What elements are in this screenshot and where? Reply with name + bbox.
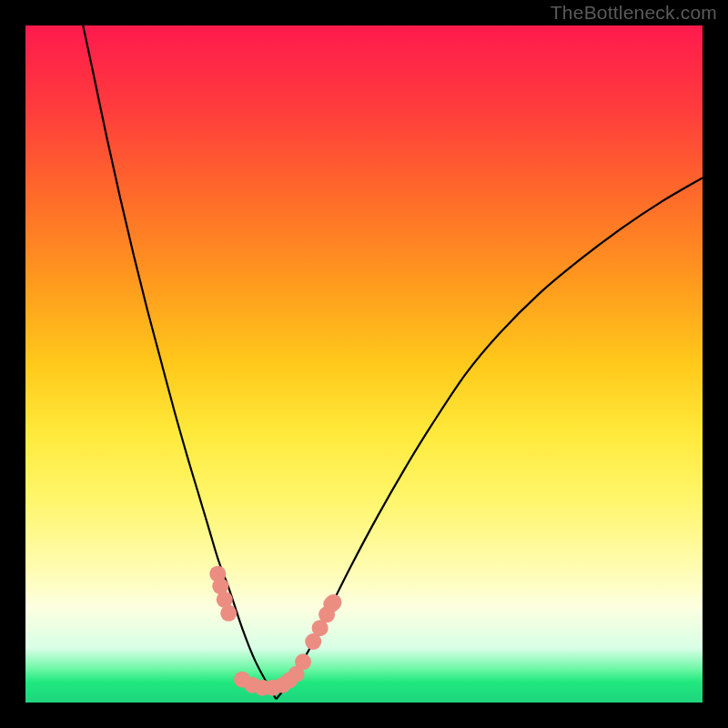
- marker-right-cluster-top-c: [326, 594, 342, 611]
- marker-left-cluster-low: [220, 605, 237, 622]
- bottleneck-curve-left: [83, 25, 276, 699]
- marker-group: [209, 566, 341, 696]
- chart-svg: [25, 25, 703, 703]
- bottleneck-curve-right: [276, 177, 703, 699]
- curve-group: [83, 25, 703, 699]
- chart-frame: TheBottleneck.com: [0, 0, 728, 728]
- plot-area: [25, 25, 703, 703]
- watermark-text: TheBottleneck.com: [551, 2, 717, 24]
- marker-right-cluster-low: [295, 653, 311, 670]
